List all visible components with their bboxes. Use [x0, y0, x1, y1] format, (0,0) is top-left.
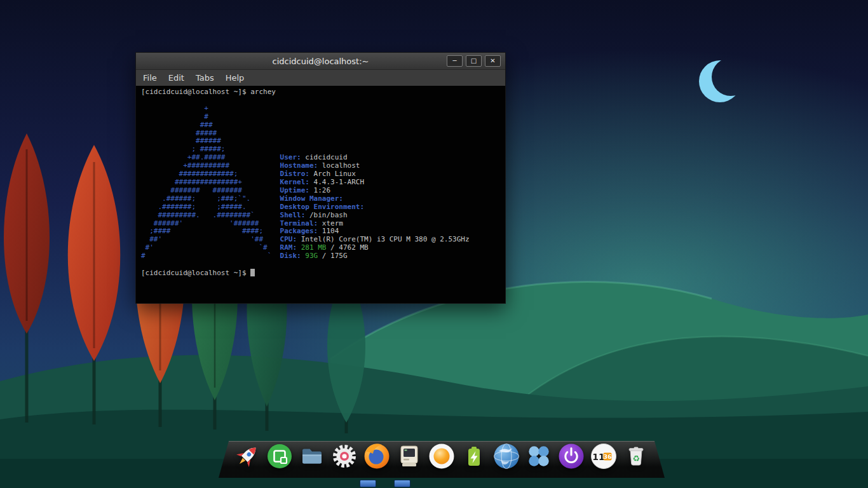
terminal-ascii-art: ###### — [141, 137, 280, 145]
terminal-info-value: 1104 — [322, 227, 339, 235]
terminal-ascii-art: +########## — [141, 161, 280, 170]
orange-ball-media-icon[interactable] — [428, 442, 456, 470]
battery-power-manager-icon[interactable] — [460, 442, 488, 470]
terminal-ascii-art: #########. .########` — [141, 211, 280, 219]
settings-gear-icon[interactable] — [330, 442, 358, 470]
taskbar-window-preview[interactable] — [360, 480, 376, 487]
terminal-cursor — [250, 269, 255, 276]
file-manager-folder-icon[interactable] — [298, 442, 326, 470]
terminal-line: [cidcidcuid@localhost ~]$ — [141, 269, 505, 278]
window-titlebar[interactable]: cidcidcuid@localhost:~ ─ □ ✕ — [136, 53, 505, 70]
dock-icons-row: 11 36 ♻ — [219, 442, 665, 470]
terminal-info-value: xterm — [322, 219, 343, 227]
terminal-info-value: 1:26 — [314, 186, 331, 194]
terminal-ascii-art: # — [141, 112, 280, 121]
terminal-menubar: File Edit Tabs Help — [136, 70, 505, 86]
terminal-info-label: Terminal: — [280, 219, 322, 227]
terminal-ascii-art: ### — [141, 121, 280, 129]
web-globe-icon[interactable] — [492, 442, 520, 470]
terminal-info-value: cidcidcuid — [305, 153, 347, 161]
terminal-info-value: / 175G — [318, 252, 347, 260]
recycle-bin-icon[interactable]: ♻ — [622, 442, 650, 470]
menu-tabs[interactable]: Tabs — [190, 71, 220, 85]
menu-file[interactable]: File — [137, 71, 163, 85]
terminal-prompt: [cidcidcuid@localhost ~]$ — [141, 269, 250, 277]
close-button[interactable]: ✕ — [485, 55, 501, 67]
terminal-ascii-art: .#######; ;#####. — [141, 203, 280, 211]
terminal-info-label: Uptime: — [280, 186, 314, 194]
terminal-info-value: /bin/bash — [309, 211, 348, 219]
terminal-ascii-art: .######; ;###;`". — [141, 194, 280, 203]
terminal-ascii-art: ;#### ####; — [141, 227, 280, 235]
terminal-line — [141, 261, 505, 269]
window-controls: ─ □ ✕ — [447, 55, 505, 67]
retro-computer-terminal-icon[interactable] — [395, 442, 423, 470]
terminal-ascii-art: ######' '###### — [141, 219, 280, 227]
terminal-ascii-art: ; #####; — [141, 145, 280, 153]
firefox-browser-icon[interactable] — [363, 442, 391, 470]
terminal-info-value: 281 MB — [301, 243, 327, 252]
terminal-info-label: Window Manager: — [280, 194, 348, 203]
terminal-info-value: Arch Linux — [314, 170, 356, 178]
terminal-ascii-art — [141, 260, 280, 268]
terminal-ascii-art: # ` — [141, 252, 280, 260]
rocket-launcher-icon[interactable] — [233, 442, 261, 470]
minimize-button[interactable]: ─ — [447, 55, 463, 67]
terminal-info-label: Packages: — [280, 227, 322, 235]
terminal-ascii-art: +##.##### — [141, 153, 280, 161]
terminal-window: cidcidcuid@localhost:~ ─ □ ✕ File Edit T… — [135, 52, 506, 304]
terminal-info-label: CPU: — [280, 235, 301, 243]
terminal-ascii-art: + — [141, 104, 280, 112]
terminal-info-value: 93G — [305, 252, 318, 260]
taskbar-window-preview[interactable] — [394, 480, 410, 487]
menu-help[interactable]: Help — [220, 71, 250, 85]
digital-clock-icon[interactable]: 11 36 — [590, 442, 618, 470]
svg-text:♻: ♻ — [632, 454, 640, 463]
terminal-info-label: RAM: — [280, 243, 301, 252]
terminal-ascii-art: #############; — [141, 170, 280, 178]
terminal-info-value: 4.4.3-1-ARCH — [314, 178, 364, 186]
terminal-ascii-art: ##### — [141, 129, 280, 137]
terminal-command-line: [cidcidcuid@localhost ~]$ archey — [141, 88, 276, 96]
menu-edit[interactable]: Edit — [163, 71, 190, 85]
terminal-info-label: Kernel: — [280, 178, 314, 186]
terminal-info-label: Shell: — [280, 211, 309, 219]
blue-dots-app-icon[interactable] — [525, 442, 553, 470]
terminal-body[interactable]: [cidcidcuid@localhost ~]$ archey + # ###… — [136, 86, 505, 303]
software-green-icon[interactable] — [266, 442, 294, 470]
terminal-info-label: Desktop Environment: — [280, 203, 369, 211]
terminal-ascii-art: ####### ####### — [141, 186, 280, 194]
terminal-info-value: Intel(R) Core(TM) i3 CPU M 380 @ 2.53GHz — [301, 235, 470, 243]
shutdown-power-icon[interactable] — [557, 442, 585, 470]
crescent-moon-icon — [698, 56, 742, 107]
terminal-info-value: localhost — [322, 161, 360, 170]
maximize-button[interactable]: □ — [466, 55, 482, 67]
terminal-ascii-art: #' `# — [141, 243, 280, 252]
terminal-info-value: / 4762 MB — [326, 243, 368, 252]
terminal-info-label: Disk: — [280, 252, 306, 260]
terminal-ascii-art: ###############+ — [141, 178, 280, 186]
dock: 11 36 ♻ — [219, 441, 665, 478]
terminal-ascii-art — [141, 96, 280, 104]
clock-minutes: 36 — [603, 453, 612, 460]
taskbar-previews — [360, 480, 410, 487]
terminal-info-label: User: — [280, 153, 306, 161]
terminal-info-label: Hostname: — [280, 161, 322, 170]
terminal-ascii-art: ##' '## — [141, 235, 280, 243]
terminal-info-label: Distro: — [280, 170, 314, 178]
